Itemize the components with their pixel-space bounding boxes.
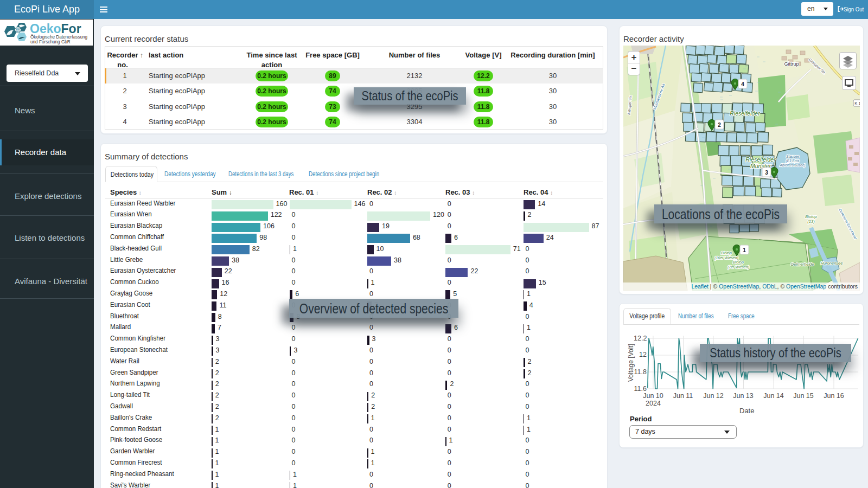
svg-text:4: 4 (741, 81, 744, 87)
svg-text:Biotop: Biotop (805, 214, 816, 219)
svg-text:Biotop: Biotop (721, 251, 732, 255)
svg-text:Gelmerheide: Gelmerheide (791, 262, 814, 267)
svg-text:(E1 Ems: (E1 Ems (786, 159, 800, 163)
svg-text:Ökologische Datenerfassung: Ökologische Datenerfassung (30, 34, 88, 40)
svg-text:K 1: K 1 (854, 101, 860, 106)
svg-text:0010: 0010 (16, 30, 20, 33)
svg-text:2: 2 (718, 122, 721, 128)
svg-text:Stausee: Stausee (786, 155, 799, 158)
svg-text:Rieselfelder: Rieselfelder (730, 110, 760, 117)
svg-text:Ableiterstausee): Ableiterstausee) (780, 163, 806, 168)
svg-text:(7er Wiesen): (7er Wiesen) (727, 265, 749, 269)
svg-text:Huronensee: Huronensee (821, 261, 843, 266)
svg-text:3: 3 (765, 170, 768, 176)
svg-text:Biotop: Biotop (733, 260, 744, 265)
svg-text:Gittrup: Gittrup (784, 61, 799, 67)
svg-text:1: 1 (743, 247, 746, 253)
svg-text:Rieselfelder: Rieselfelder (745, 156, 776, 163)
svg-text:(16er Wiesen): (16er Wiesen) (714, 256, 738, 260)
svg-text:und Forschung GbR: und Forschung GbR (30, 40, 71, 44)
svg-text:OekoFor: OekoFor (30, 22, 81, 36)
svg-text:(13): (13) (807, 219, 815, 224)
